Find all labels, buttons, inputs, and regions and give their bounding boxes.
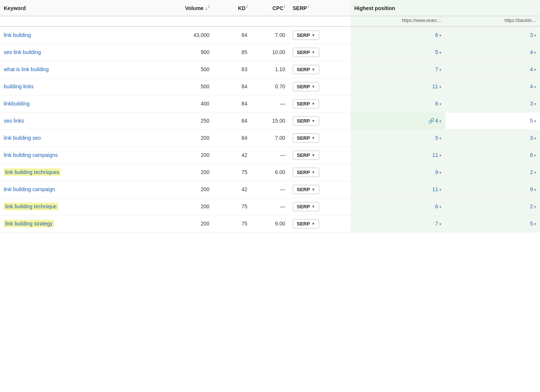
- position2-cell: 9 ▾: [445, 181, 540, 198]
- keyword-link[interactable]: linkbuilding: [4, 101, 29, 107]
- keyword-table-wrapper: Keyword Volume ↓i KDi CPCi SERPi Highest…: [0, 0, 540, 233]
- sub-header-site1: https://www.searc…: [351, 16, 445, 26]
- col-header-volume: Volume ↓i: [151, 0, 213, 16]
- table-row: link building strategy200759.00SERP ▼7 ▾…: [0, 215, 540, 232]
- kd-cell: 85: [213, 44, 251, 61]
- serp-button[interactable]: SERP ▼: [293, 116, 319, 126]
- keyword-cell: link building: [0, 26, 151, 44]
- down-arrow-icon2: ▾: [533, 187, 536, 192]
- position1-cell: 6 ▾: [351, 95, 445, 112]
- down-arrow-icon: ▾: [438, 170, 442, 175]
- down-arrow-icon: ▾: [438, 119, 442, 123]
- keyword-cell: link building technique: [0, 198, 151, 215]
- cpc-cell: 15.00: [251, 112, 289, 129]
- volume-cell: 250: [151, 112, 213, 129]
- keyword-link[interactable]: link building campaigns: [4, 152, 58, 158]
- serp-button[interactable]: SERP ▼: [293, 48, 319, 57]
- volume-cell: 500: [151, 61, 213, 78]
- serp-button[interactable]: SERP ▼: [293, 82, 319, 91]
- position1-cell: 11 ▾: [351, 181, 445, 198]
- keyword-link[interactable]: link building campaign: [4, 186, 55, 192]
- keyword-link[interactable]: link building strategy: [5, 221, 53, 227]
- down-arrow-icon2: ▾: [533, 205, 536, 209]
- volume-cell: 200: [151, 164, 213, 181]
- position1-value: 6: [435, 203, 438, 209]
- down-arrow-icon: ▾: [438, 50, 442, 55]
- position2-cell: 4 ▾: [445, 61, 540, 78]
- keyword-cell: what is link building: [0, 61, 151, 78]
- volume-cell: 400: [151, 95, 213, 112]
- position1-cell: 11 ▾: [351, 146, 445, 164]
- position1-value: 4: [435, 118, 438, 124]
- keyword-link[interactable]: what is link building: [4, 66, 49, 72]
- highlighted-keyword: link building technique: [4, 203, 58, 210]
- volume-cell: 200: [151, 198, 213, 215]
- serp-cell: SERP ▼: [289, 61, 351, 78]
- serp-cell: SERP ▼: [289, 215, 351, 232]
- serp-cell: SERP ▼: [289, 164, 351, 181]
- serp-button[interactable]: SERP ▼: [293, 133, 319, 143]
- down-arrow-icon2: ▾: [533, 102, 536, 106]
- serp-button[interactable]: SERP ▼: [293, 202, 319, 211]
- keyword-link[interactable]: building links: [4, 83, 34, 89]
- down-arrow-icon: ▾: [438, 67, 442, 72]
- keyword-link[interactable]: seo link building: [4, 49, 41, 55]
- table-body: link building43,000847.00SERP ▼6 ▾3 ▾seo…: [0, 26, 540, 233]
- position2-cell: 6 ▾: [445, 146, 540, 164]
- col-header-highest-position: Highest position: [351, 0, 540, 16]
- table-row: link building technique20075—SERP ▼6 ▾2 …: [0, 198, 540, 215]
- serp-label: SERP: [297, 170, 310, 175]
- serp-label: SERP: [297, 32, 310, 38]
- serp-button[interactable]: SERP ▼: [293, 185, 319, 194]
- position1-value: 11: [432, 186, 438, 192]
- keyword-link[interactable]: link building: [4, 32, 31, 38]
- serp-cell: SERP ▼: [289, 26, 351, 44]
- link-icon: 🔗: [428, 118, 434, 124]
- position2-cell: 3 ▾: [445, 129, 540, 146]
- serp-cell: SERP ▼: [289, 44, 351, 61]
- keyword-cell: link building campaign: [0, 181, 151, 198]
- kd-cell: 75: [213, 198, 251, 215]
- position2-value: 5: [530, 221, 533, 227]
- position2-cell: 5 ▾: [445, 112, 540, 129]
- kd-cell: 75: [213, 215, 251, 232]
- serp-button[interactable]: SERP ▼: [293, 65, 319, 74]
- down-arrow-icon2: ▾: [533, 136, 536, 140]
- position1-value: 11: [432, 152, 438, 158]
- position2-value: 4: [530, 49, 533, 55]
- position1-cell: 6 ▾: [351, 198, 445, 215]
- down-arrow-icon: ▾: [438, 136, 442, 140]
- serp-label: SERP: [297, 187, 310, 192]
- keyword-cell: link building campaigns: [0, 146, 151, 164]
- serp-button[interactable]: SERP ▼: [293, 168, 319, 177]
- serp-button[interactable]: SERP ▼: [293, 219, 319, 228]
- keyword-link[interactable]: seo links: [4, 118, 24, 124]
- down-arrow-icon: ▾: [438, 222, 442, 226]
- cpc-cell: 0.70: [251, 78, 289, 95]
- down-arrow-icon: ▾: [438, 153, 442, 158]
- position2-cell: 2 ▾: [445, 198, 540, 215]
- serp-button[interactable]: SERP ▼: [293, 99, 319, 108]
- position1-cell: 6 ▾: [351, 26, 445, 44]
- main-header-row: Keyword Volume ↓i KDi CPCi SERPi Highest…: [0, 0, 540, 16]
- serp-button[interactable]: SERP ▼: [293, 31, 319, 40]
- position2-value: 3: [530, 101, 533, 107]
- keyword-link[interactable]: link building technique: [5, 203, 57, 209]
- keyword-link[interactable]: link building techniques: [5, 169, 59, 175]
- serp-label: SERP: [297, 204, 310, 209]
- position2-value: 4: [530, 66, 533, 72]
- down-arrow-icon2: ▾: [533, 85, 536, 89]
- serp-button[interactable]: SERP ▼: [293, 151, 319, 160]
- col-header-serp: SERPi: [289, 0, 351, 16]
- keyword-link[interactable]: link building seo: [4, 135, 41, 141]
- cpc-cell: 6.00: [251, 164, 289, 181]
- table-row: seo link building9008510.00SERP ▼5 ▾4 ▾: [0, 44, 540, 61]
- kd-cell: 84: [213, 95, 251, 112]
- keyword-cell: building links: [0, 78, 151, 95]
- position1-cell: 11 ▾: [351, 78, 445, 95]
- cpc-cell: —: [251, 95, 289, 112]
- volume-cell: 500: [151, 78, 213, 95]
- table-row: link building techniques200756.00SERP ▼9…: [0, 164, 540, 181]
- serp-dropdown-arrow: ▼: [311, 33, 315, 37]
- cpc-cell: 7.00: [251, 129, 289, 146]
